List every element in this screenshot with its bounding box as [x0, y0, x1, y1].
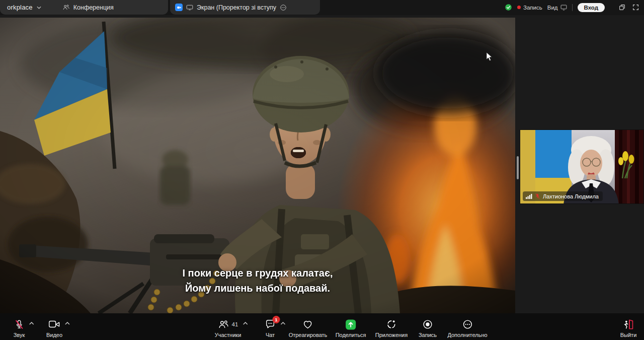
apps-icon — [386, 319, 397, 330]
audio-label: Звук — [14, 332, 25, 338]
mouse-cursor — [486, 52, 493, 62]
video-subtitles: І поки серце в грудях калатає, Йому лише… — [0, 265, 515, 296]
tab-conference[interactable]: Конференция — [62, 4, 114, 11]
chat-caret-icon[interactable] — [281, 322, 286, 325]
more-icon — [462, 319, 473, 330]
video-label: Видео — [46, 332, 62, 338]
participants-icon — [218, 319, 229, 330]
participant-name-label: Лахтионова Людмила — [523, 191, 603, 201]
record-icon — [422, 319, 433, 330]
video-options-caret-icon[interactable] — [65, 322, 70, 325]
more-button[interactable]: Дополнительно — [445, 317, 489, 339]
more-label: Дополнительно — [447, 332, 487, 338]
recording-label: Запись — [523, 5, 542, 11]
zoom-workplace-window: orkplace Конференция Экран (Проректор зі… — [0, 0, 644, 340]
people-icon — [62, 4, 70, 11]
panel-scrollbar[interactable] — [517, 156, 519, 179]
workspace-tab-group[interactable]: orkplace Конференция — [0, 0, 168, 15]
participant-video-tile[interactable]: Лахтионова Людмила — [520, 129, 644, 204]
participant-muted-mic-icon — [535, 193, 540, 199]
meeting-toolbar: Звук Видео 41 — [0, 313, 644, 340]
participants-label: Участники — [215, 332, 242, 338]
share-screen-icon — [345, 319, 357, 330]
share-button[interactable]: Поделиться — [334, 317, 368, 339]
recording-indicator[interactable]: Запись — [517, 5, 542, 11]
participant-name: Лахтионова Людмила — [543, 193, 599, 199]
layout-icon — [560, 5, 567, 11]
chat-unread-badge: 1 — [273, 316, 280, 323]
tab-screen-share[interactable]: Экран (Проректор зі вступу — [170, 0, 320, 15]
heart-icon — [302, 319, 314, 330]
zoom-logo-icon — [175, 4, 183, 11]
react-button[interactable]: Отреагировать — [287, 317, 330, 339]
apps-label: Приложения — [375, 332, 408, 338]
subtitle-line-1: І поки серце в грудях калатає, — [0, 265, 515, 281]
view-label: Вид — [547, 5, 558, 11]
restore-window-icon[interactable] — [619, 4, 625, 11]
leave-button[interactable]: Выйти — [618, 317, 639, 339]
video-button[interactable]: Видео — [44, 317, 64, 339]
signin-button[interactable]: Вход — [578, 3, 605, 12]
expand-window-icon[interactable] — [632, 4, 639, 11]
encryption-check-icon[interactable] — [505, 4, 512, 11]
divider — [572, 4, 573, 11]
workspace-title: orkplace — [7, 4, 33, 11]
participants-caret-icon[interactable] — [243, 322, 248, 325]
topbar-right-controls: Запись Вид Вход — [505, 0, 639, 15]
shared-screen-video[interactable]: І поки серце в грудях калатає, Йому лише… — [0, 18, 515, 313]
window-top-bar: orkplace Конференция Экран (Проректор зі… — [0, 0, 644, 15]
audio-button[interactable]: Звук — [12, 317, 27, 339]
signal-bars-icon — [526, 193, 532, 199]
tab-screen-share-label: Экран (Проректор зі вступу — [197, 4, 276, 11]
tab-conference-label: Конференция — [73, 4, 114, 11]
record-label: Запись — [419, 332, 437, 338]
subtitle-line-2: Йому лишень набої подавай. — [0, 281, 515, 296]
chat-label: Чат — [266, 332, 275, 338]
share-label: Поделиться — [336, 332, 366, 338]
view-button[interactable]: Вид — [547, 5, 567, 11]
chat-button[interactable]: 1 Чат — [263, 317, 278, 339]
record-button[interactable]: Запись — [417, 317, 439, 339]
meeting-content-area: І поки серце в грудях калатає, Йому лише… — [0, 15, 644, 313]
apps-button[interactable]: Приложения — [373, 317, 410, 339]
leave-door-icon — [622, 319, 634, 330]
audio-options-caret-icon[interactable] — [29, 322, 34, 325]
leave-label: Выйти — [620, 332, 637, 338]
react-label: Отреагировать — [289, 332, 328, 338]
participants-count: 41 — [232, 321, 238, 327]
tab-more-icon[interactable] — [280, 4, 287, 11]
screen-share-icon — [186, 5, 193, 11]
chevron-down-icon[interactable] — [37, 6, 41, 9]
muted-mic-icon — [14, 319, 25, 330]
participants-button[interactable]: 41 Участники — [213, 317, 244, 339]
video-camera-icon — [48, 319, 60, 330]
recording-dot-icon — [517, 6, 521, 9]
